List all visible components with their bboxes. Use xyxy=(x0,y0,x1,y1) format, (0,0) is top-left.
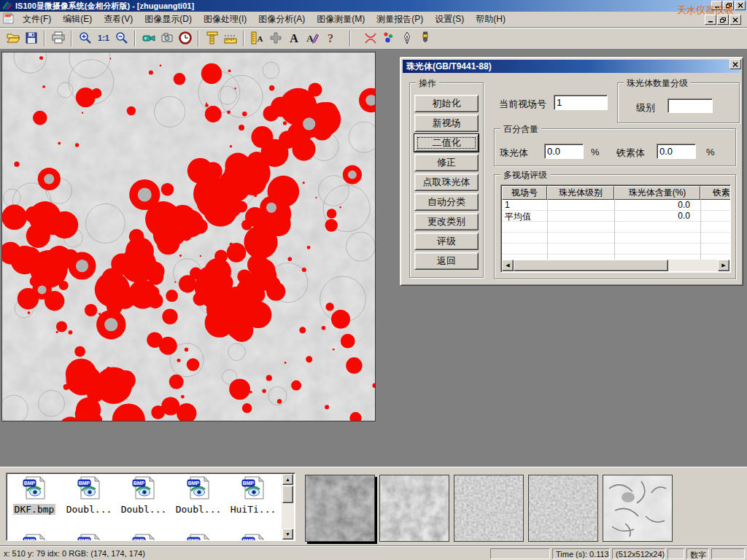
pearlite-percent-input[interactable]: 0.0 xyxy=(544,144,584,159)
menu-item-help[interactable]: 帮助(H) xyxy=(470,12,511,26)
table-empty-row xyxy=(502,233,729,244)
particles-icon xyxy=(382,31,396,47)
menu-item-image-measure[interactable]: 图像测量(M) xyxy=(311,12,371,26)
column-header-0[interactable]: 视场号 xyxy=(502,186,547,200)
pen-icon xyxy=(400,31,414,47)
ruler-button[interactable] xyxy=(221,30,239,47)
bmp-file-icon: BMP xyxy=(8,533,61,541)
app-icon xyxy=(2,1,12,12)
dialog-close-button[interactable] xyxy=(729,59,741,69)
menu-item-view[interactable]: 查看(V) xyxy=(98,12,139,26)
status-mode: 数字 xyxy=(686,548,709,559)
annotate-button[interactable]: A xyxy=(303,30,321,47)
zoom-out-button[interactable] xyxy=(112,30,131,47)
return-button[interactable]: 返回 xyxy=(414,252,479,270)
file-item-partial[interactable]: BMP xyxy=(117,533,170,541)
menu-item-file[interactable]: 文件(F) xyxy=(17,12,57,26)
bmp-file-icon: BMP xyxy=(227,475,279,502)
grid-button[interactable] xyxy=(266,30,285,47)
file-item[interactable]: BMPHuiTi... xyxy=(227,475,279,515)
grade-input[interactable] xyxy=(667,98,713,113)
table-cell: 平均值 xyxy=(502,211,547,221)
file-item-partial[interactable]: BMP xyxy=(227,533,279,541)
svg-text:A: A xyxy=(290,32,298,44)
file-scroll-down-button[interactable]: ▼ xyxy=(282,529,293,540)
brush-tool-button[interactable] xyxy=(416,30,434,47)
ferrite-percent-input[interactable]: 0.0 xyxy=(657,144,696,159)
file-item[interactable]: BMPDoubl... xyxy=(117,475,170,515)
file-item-partial[interactable]: BMP xyxy=(172,533,225,541)
scroll-left-button[interactable]: ◀ xyxy=(502,260,514,271)
table-horizontal-scrollbar[interactable]: ◀ ▶ xyxy=(502,260,729,271)
file-item[interactable]: BMPDKF.bmp xyxy=(8,475,61,515)
file-list-scrollbar[interactable]: ▲ ▼ xyxy=(282,474,294,540)
text-button[interactable]: A xyxy=(285,30,303,47)
menu-item-image-processing[interactable]: 图像处理(I) xyxy=(198,12,252,26)
thumbnail-2[interactable] xyxy=(379,475,449,542)
menu-item-image-analysis[interactable]: 图像分析(A) xyxy=(252,12,311,26)
table-row[interactable]: 10.0 xyxy=(502,200,729,211)
save-button[interactable] xyxy=(22,30,40,47)
window-close-button[interactable] xyxy=(735,1,746,10)
operations-group-label: 操作 xyxy=(416,77,439,90)
curve-tool-button[interactable] xyxy=(361,30,379,47)
video-capture-button[interactable] xyxy=(139,30,158,47)
file-item[interactable]: BMPDoubl... xyxy=(63,475,115,515)
measure-label-button[interactable]: A xyxy=(248,30,266,47)
new-field-button[interactable]: 新视场 xyxy=(414,114,479,132)
thumbnail-1[interactable] xyxy=(305,475,375,542)
column-header-3[interactable]: 铁素体 xyxy=(700,186,731,200)
thumbnail-4[interactable] xyxy=(528,475,598,542)
auto-classify-button[interactable]: 自动分类 xyxy=(414,193,479,211)
pen-tool-button[interactable] xyxy=(398,30,416,47)
status-panel-blank-2 xyxy=(667,548,684,559)
thumbnail-3[interactable] xyxy=(454,475,524,542)
binarize-button[interactable]: 二值化 xyxy=(414,134,479,152)
zoom-in-button[interactable] xyxy=(76,30,94,47)
table-cell xyxy=(700,200,731,210)
phase-particles-button[interactable] xyxy=(379,30,398,47)
svg-text:BMP: BMP xyxy=(79,481,90,486)
photo-camera-icon xyxy=(160,31,174,47)
actual-size-button[interactable]: 1:1 xyxy=(94,30,112,47)
column-header-2[interactable]: 珠光体含量(%) xyxy=(614,186,700,200)
table-cell: 1 xyxy=(502,200,547,210)
open-button[interactable] xyxy=(4,30,22,47)
print-button[interactable] xyxy=(49,30,67,47)
table-cell xyxy=(547,200,614,210)
bmp-file-icon: BMP xyxy=(117,475,170,502)
file-item-partial[interactable]: BMP xyxy=(63,533,115,541)
menu-item-measure-report[interactable]: 测量报告(P) xyxy=(371,12,429,26)
menu-item-settings[interactable]: 设置(S) xyxy=(429,12,470,26)
thumbnail-5[interactable] xyxy=(603,475,673,542)
text-edit-icon: A xyxy=(305,31,320,47)
help-button[interactable]: ? xyxy=(321,30,339,47)
menu-item-image-display[interactable]: 图像显示(D) xyxy=(139,12,198,26)
curve-tool-icon xyxy=(363,31,378,47)
micrograph-image[interactable] xyxy=(1,52,376,421)
snapshot-button[interactable] xyxy=(158,30,176,47)
toolbar: 1:1AAA? xyxy=(0,28,747,50)
text-icon: A xyxy=(287,31,301,47)
file-item[interactable]: BMPDoubl... xyxy=(172,475,225,515)
correct-button[interactable]: 修正 xyxy=(414,154,479,171)
timer-button[interactable] xyxy=(176,30,194,47)
file-item-partial[interactable]: BMP xyxy=(8,533,61,541)
initialize-button[interactable]: 初始化 xyxy=(414,95,479,112)
scroll-right-button[interactable]: ▶ xyxy=(718,260,729,271)
scroll-thumb[interactable] xyxy=(514,260,668,271)
zoom-out-icon xyxy=(115,31,129,47)
pick-pearlite-button[interactable]: 点取珠光体 xyxy=(414,174,479,191)
menu-item-edit[interactable]: 编辑(E) xyxy=(57,12,98,26)
cursor-position-readout: x: 510 y: 79 idx: 0 RGB: (174, 174, 174) xyxy=(4,549,145,558)
table-row[interactable]: 平均值0.0 xyxy=(502,211,729,222)
file-scroll-thumb[interactable] xyxy=(282,486,293,503)
document-icon[interactable]: DOC xyxy=(3,12,14,26)
current-field-input[interactable]: 1 xyxy=(554,95,608,110)
grade-button[interactable]: 评级 xyxy=(414,233,479,250)
dialog-title-bar[interactable]: 珠光体(GB/T9441-88) xyxy=(403,60,740,73)
caliper-button[interactable] xyxy=(203,30,221,47)
change-class-button[interactable]: 更改类别 xyxy=(414,213,479,230)
column-header-1[interactable]: 珠光体级别 xyxy=(547,186,614,200)
file-scroll-up-button[interactable]: ▲ xyxy=(282,474,293,485)
